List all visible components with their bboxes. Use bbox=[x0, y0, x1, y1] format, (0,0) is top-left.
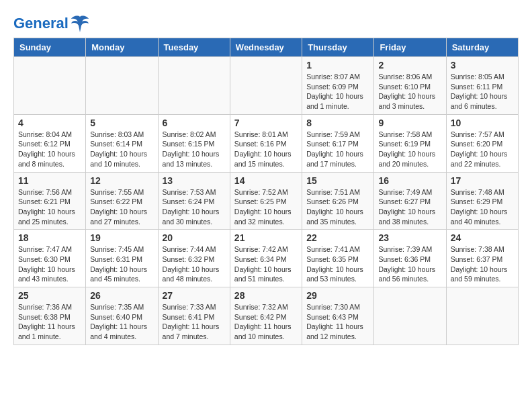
day-number: 22 bbox=[306, 232, 369, 243]
weekday-header: Sunday bbox=[14, 38, 86, 57]
day-number: 8 bbox=[306, 118, 369, 128]
calendar-cell bbox=[446, 287, 518, 345]
day-detail: Sunrise: 7:58 AM Sunset: 6:19 PM Dayligh… bbox=[378, 130, 441, 169]
day-detail: Sunrise: 8:05 AM Sunset: 6:11 PM Dayligh… bbox=[451, 72, 514, 111]
day-detail: Sunrise: 7:44 AM Sunset: 6:32 PM Dayligh… bbox=[163, 244, 226, 284]
calendar-cell: 23Sunrise: 7:39 AM Sunset: 6:36 PM Dayli… bbox=[374, 230, 446, 287]
calendar-cell: 11Sunrise: 7:56 AM Sunset: 6:21 PM Dayli… bbox=[14, 172, 86, 230]
weekday-header: Friday bbox=[374, 38, 446, 57]
day-detail: Sunrise: 8:06 AM Sunset: 6:10 PM Dayligh… bbox=[378, 72, 441, 111]
calendar-cell: 12Sunrise: 7:55 AM Sunset: 6:22 PM Dayli… bbox=[86, 172, 158, 230]
day-detail: Sunrise: 7:52 AM Sunset: 6:25 PM Dayligh… bbox=[234, 187, 298, 227]
day-number: 17 bbox=[451, 175, 514, 186]
day-detail: Sunrise: 7:47 AM Sunset: 6:30 PM Dayligh… bbox=[18, 244, 81, 284]
day-detail: Sunrise: 7:56 AM Sunset: 6:21 PM Dayligh… bbox=[18, 187, 81, 227]
weekday-header: Thursday bbox=[302, 38, 374, 57]
day-number: 5 bbox=[90, 118, 153, 128]
day-number: 13 bbox=[163, 175, 226, 186]
calendar-cell: 18Sunrise: 7:47 AM Sunset: 6:30 PM Dayli… bbox=[14, 230, 86, 287]
day-number: 25 bbox=[18, 290, 81, 301]
calendar-cell bbox=[158, 57, 230, 115]
calendar-cell: 9Sunrise: 7:58 AM Sunset: 6:19 PM Daylig… bbox=[374, 114, 446, 172]
day-number: 27 bbox=[163, 290, 226, 301]
calendar-cell: 15Sunrise: 7:51 AM Sunset: 6:26 PM Dayli… bbox=[302, 172, 374, 230]
calendar-cell: 21Sunrise: 7:42 AM Sunset: 6:34 PM Dayli… bbox=[230, 230, 302, 287]
day-detail: Sunrise: 7:51 AM Sunset: 6:26 PM Dayligh… bbox=[306, 187, 369, 227]
calendar-cell: 19Sunrise: 7:45 AM Sunset: 6:31 PM Dayli… bbox=[86, 230, 158, 287]
day-number: 26 bbox=[90, 290, 153, 301]
day-detail: Sunrise: 8:03 AM Sunset: 6:14 PM Dayligh… bbox=[90, 130, 153, 169]
calendar-cell: 25Sunrise: 7:36 AM Sunset: 6:38 PM Dayli… bbox=[14, 287, 86, 345]
day-detail: Sunrise: 7:35 AM Sunset: 6:40 PM Dayligh… bbox=[90, 302, 153, 342]
day-detail: Sunrise: 8:01 AM Sunset: 6:16 PM Dayligh… bbox=[234, 130, 298, 169]
day-number: 14 bbox=[234, 175, 298, 186]
day-detail: Sunrise: 8:07 AM Sunset: 6:09 PM Dayligh… bbox=[306, 72, 369, 111]
calendar-cell: 20Sunrise: 7:44 AM Sunset: 6:32 PM Dayli… bbox=[158, 230, 230, 287]
day-detail: Sunrise: 7:53 AM Sunset: 6:24 PM Dayligh… bbox=[163, 187, 226, 227]
calendar-cell: 3Sunrise: 8:05 AM Sunset: 6:11 PM Daylig… bbox=[446, 57, 518, 115]
day-number: 4 bbox=[18, 118, 81, 128]
calendar-cell: 1Sunrise: 8:07 AM Sunset: 6:09 PM Daylig… bbox=[302, 57, 374, 115]
calendar-cell bbox=[86, 57, 158, 115]
day-number: 12 bbox=[90, 175, 153, 186]
day-detail: Sunrise: 7:33 AM Sunset: 6:41 PM Dayligh… bbox=[163, 302, 226, 342]
calendar-cell: 6Sunrise: 8:02 AM Sunset: 6:15 PM Daylig… bbox=[158, 114, 230, 172]
day-detail: Sunrise: 7:42 AM Sunset: 6:34 PM Dayligh… bbox=[234, 244, 298, 284]
calendar-cell: 24Sunrise: 7:38 AM Sunset: 6:37 PM Dayli… bbox=[446, 230, 518, 287]
weekday-header: Tuesday bbox=[158, 38, 230, 57]
day-number: 6 bbox=[163, 118, 226, 128]
day-detail: Sunrise: 7:38 AM Sunset: 6:37 PM Dayligh… bbox=[451, 244, 514, 284]
calendar-cell: 14Sunrise: 7:52 AM Sunset: 6:25 PM Dayli… bbox=[230, 172, 302, 230]
day-number: 15 bbox=[306, 175, 369, 186]
day-detail: Sunrise: 8:04 AM Sunset: 6:12 PM Dayligh… bbox=[18, 130, 81, 169]
day-number: 24 bbox=[451, 232, 514, 243]
day-number: 1 bbox=[306, 60, 369, 71]
day-number: 9 bbox=[378, 118, 441, 128]
calendar-cell: 10Sunrise: 7:57 AM Sunset: 6:20 PM Dayli… bbox=[446, 114, 518, 172]
calendar-cell: 17Sunrise: 7:48 AM Sunset: 6:29 PM Dayli… bbox=[446, 172, 518, 230]
calendar-cell: 5Sunrise: 8:03 AM Sunset: 6:14 PM Daylig… bbox=[86, 114, 158, 172]
day-number: 28 bbox=[234, 290, 298, 301]
calendar-table: SundayMondayTuesdayWednesdayThursdayFrid… bbox=[13, 38, 519, 345]
day-number: 2 bbox=[378, 60, 441, 71]
calendar-cell: 22Sunrise: 7:41 AM Sunset: 6:35 PM Dayli… bbox=[302, 230, 374, 287]
day-detail: Sunrise: 7:48 AM Sunset: 6:29 PM Dayligh… bbox=[451, 187, 514, 227]
calendar-cell: 29Sunrise: 7:30 AM Sunset: 6:43 PM Dayli… bbox=[302, 287, 374, 345]
calendar-cell: 7Sunrise: 8:01 AM Sunset: 6:16 PM Daylig… bbox=[230, 114, 302, 172]
logo: General bbox=[13, 13, 90, 31]
day-number: 10 bbox=[451, 118, 514, 128]
day-number: 7 bbox=[234, 118, 298, 128]
day-number: 20 bbox=[163, 232, 226, 243]
day-detail: Sunrise: 8:02 AM Sunset: 6:15 PM Dayligh… bbox=[163, 130, 226, 169]
calendar-cell: 2Sunrise: 8:06 AM Sunset: 6:10 PM Daylig… bbox=[374, 57, 446, 115]
logo-bird-icon bbox=[70, 13, 90, 34]
day-detail: Sunrise: 7:32 AM Sunset: 6:42 PM Dayligh… bbox=[234, 302, 298, 342]
day-number: 23 bbox=[378, 232, 441, 243]
calendar-cell: 4Sunrise: 8:04 AM Sunset: 6:12 PM Daylig… bbox=[14, 114, 86, 172]
day-detail: Sunrise: 7:49 AM Sunset: 6:27 PM Dayligh… bbox=[378, 187, 441, 227]
day-detail: Sunrise: 7:59 AM Sunset: 6:17 PM Dayligh… bbox=[306, 130, 369, 169]
calendar-cell: 13Sunrise: 7:53 AM Sunset: 6:24 PM Dayli… bbox=[158, 172, 230, 230]
weekday-header: Monday bbox=[86, 38, 158, 57]
day-detail: Sunrise: 7:55 AM Sunset: 6:22 PM Dayligh… bbox=[90, 187, 153, 227]
calendar-cell: 28Sunrise: 7:32 AM Sunset: 6:42 PM Dayli… bbox=[230, 287, 302, 345]
day-detail: Sunrise: 7:45 AM Sunset: 6:31 PM Dayligh… bbox=[90, 244, 153, 284]
logo-text: General bbox=[13, 15, 69, 32]
day-number: 16 bbox=[378, 175, 441, 186]
day-detail: Sunrise: 7:30 AM Sunset: 6:43 PM Dayligh… bbox=[306, 302, 369, 342]
calendar-cell bbox=[230, 57, 302, 115]
weekday-header: Wednesday bbox=[230, 38, 302, 57]
calendar-cell: 16Sunrise: 7:49 AM Sunset: 6:27 PM Dayli… bbox=[374, 172, 446, 230]
calendar-cell: 27Sunrise: 7:33 AM Sunset: 6:41 PM Dayli… bbox=[158, 287, 230, 345]
page-header: General bbox=[13, 13, 519, 31]
day-number: 11 bbox=[18, 175, 81, 186]
day-number: 18 bbox=[18, 232, 81, 243]
calendar-cell bbox=[14, 57, 86, 115]
day-number: 21 bbox=[234, 232, 298, 243]
day-number: 29 bbox=[306, 290, 369, 301]
calendar-cell: 26Sunrise: 7:35 AM Sunset: 6:40 PM Dayli… bbox=[86, 287, 158, 345]
day-detail: Sunrise: 7:36 AM Sunset: 6:38 PM Dayligh… bbox=[18, 302, 81, 342]
day-detail: Sunrise: 7:57 AM Sunset: 6:20 PM Dayligh… bbox=[451, 130, 514, 169]
day-detail: Sunrise: 7:39 AM Sunset: 6:36 PM Dayligh… bbox=[378, 244, 441, 284]
calendar-cell: 8Sunrise: 7:59 AM Sunset: 6:17 PM Daylig… bbox=[302, 114, 374, 172]
